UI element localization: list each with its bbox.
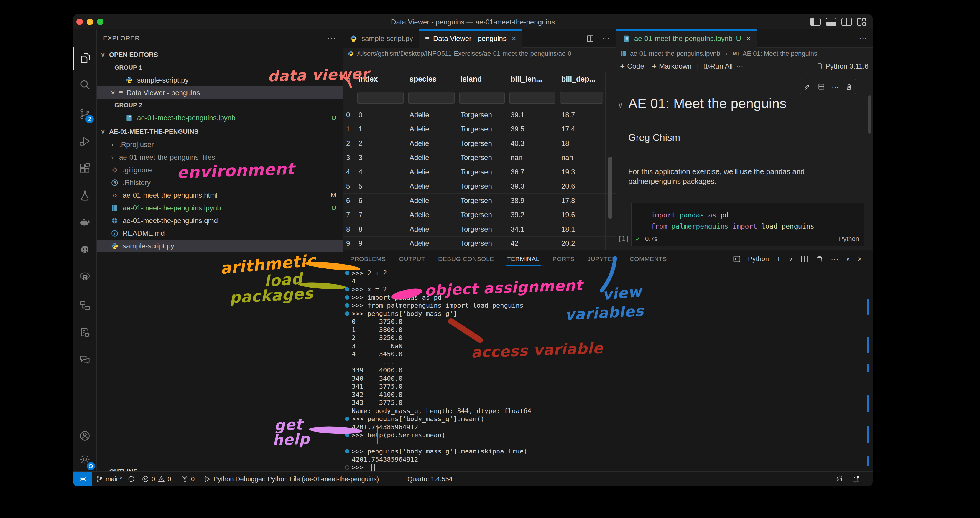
- split-editor-icon[interactable]: [586, 35, 594, 43]
- sidebar-item-docker[interactable]: [73, 211, 97, 234]
- sidebar-item-accounts[interactable]: [73, 424, 97, 447]
- more-actions-icon[interactable]: ···: [602, 34, 610, 43]
- file-tree-item[interactable]: ae-01-meet-the-penguins.qmd: [97, 214, 343, 227]
- table-row[interactable]: 99AdelieTorgersen4220.2: [343, 237, 616, 250]
- column-header[interactable]: bill_dep...: [562, 75, 595, 83]
- split-cell-icon[interactable]: [818, 83, 825, 91]
- explorer-more-icon[interactable]: ···: [328, 33, 336, 43]
- kernel-picker[interactable]: Python 3.11.6: [816, 62, 869, 70]
- remote-indicator[interactable]: ><: [73, 472, 92, 486]
- tab-jupyter[interactable]: JUPYTER: [587, 250, 616, 268]
- add-markdown-cell-button[interactable]: +Markdown: [652, 62, 692, 71]
- open-editor-item-active[interactable]: × ≡ Data Viewer - penguins: [97, 86, 343, 99]
- column-filter-input[interactable]: [459, 92, 505, 104]
- quarto-item[interactable]: Quarto: 1.4.554: [407, 472, 453, 486]
- sort-ascending-icon[interactable]: ↑: [348, 76, 351, 84]
- column-header[interactable]: bill_len...: [511, 75, 542, 83]
- kill-terminal-icon[interactable]: [816, 255, 824, 263]
- file-tree-item[interactable]: ›ae-01-meet-the-penguins_files: [97, 151, 343, 164]
- column-header[interactable]: island: [461, 75, 482, 83]
- sidebar-item-project-manager[interactable]: [73, 294, 97, 317]
- split-terminal-icon[interactable]: [800, 255, 808, 263]
- terminal-dropdown-icon[interactable]: ∨: [789, 256, 793, 262]
- sidebar-item-explorer[interactable]: [73, 46, 97, 70]
- tab-ports[interactable]: PORTS: [552, 250, 574, 268]
- minimize-window-button[interactable]: [87, 19, 93, 25]
- command-decoration-icon[interactable]: [345, 433, 349, 437]
- sidebar-item-extensions[interactable]: [73, 157, 97, 180]
- sidebar-item-comments[interactable]: [73, 348, 97, 371]
- close-window-button[interactable]: [76, 19, 83, 25]
- code-cell[interactable]: import pandas as pd from palmerpenguins …: [631, 203, 864, 246]
- column-header[interactable]: index: [358, 75, 378, 83]
- table-row[interactable]: 55AdelieTorgersen39.320.6: [343, 180, 616, 194]
- tab-notebook[interactable]: ae-01-meet-the-penguins.ipynb U ×: [616, 29, 757, 48]
- panel-more-icon[interactable]: ···: [831, 254, 839, 264]
- sync-icon[interactable]: [127, 475, 135, 483]
- sidebar-item-copilot[interactable]: [73, 238, 97, 261]
- command-decoration-icon[interactable]: [345, 271, 349, 275]
- table-scrollbar[interactable]: [608, 157, 612, 219]
- debugger-item[interactable]: Python Debugger: Python File (ae-01-meet…: [204, 472, 379, 486]
- notebook-breadcrumb[interactable]: ae-01-meet-the-penguins.ipynb › M↓ AE 01…: [616, 48, 873, 59]
- table-row[interactable]: 44AdelieTorgersen36.719.3: [343, 165, 616, 180]
- notebook-more-icon[interactable]: ···: [736, 62, 743, 70]
- delete-cell-icon[interactable]: [845, 83, 853, 91]
- table-row[interactable]: 00AdelieTorgersen39.118.7: [343, 108, 616, 122]
- close-icon[interactable]: ×: [746, 35, 751, 43]
- path-breadcrumb[interactable]: /Users/gchism/Desktop/INFO511-Exercises/…: [343, 48, 616, 59]
- collapse-section-icon[interactable]: ∨: [618, 101, 623, 110]
- edit-cell-icon[interactable]: [804, 83, 811, 91]
- close-panel-icon[interactable]: ×: [858, 254, 862, 264]
- tab-debug-console[interactable]: DEBUG CONSOLE: [438, 250, 494, 268]
- copilot-status-item[interactable]: [835, 472, 843, 486]
- scrollbar-mark[interactable]: [867, 337, 869, 353]
- scrollbar-mark[interactable]: [867, 299, 869, 315]
- file-tree-item[interactable]: R.Rhistory: [97, 176, 343, 189]
- maximize-panel-icon[interactable]: ∧: [846, 256, 850, 262]
- open-editors-section[interactable]: ∨OPEN EDITORS: [97, 48, 343, 61]
- run-all-button[interactable]: ▷▷ Run All: [704, 62, 733, 70]
- tab-comments[interactable]: COMMENTS: [630, 250, 667, 268]
- close-icon[interactable]: ×: [512, 35, 516, 43]
- notifications-item[interactable]: [852, 472, 860, 486]
- open-editor-item[interactable]: sample-script.py: [97, 74, 343, 86]
- scrollbar-mark[interactable]: [867, 396, 869, 412]
- file-tree-item[interactable]: ‹›ae-01-meet-the-penguins.htmlM: [97, 189, 343, 202]
- tab-problems[interactable]: PROBLEMS: [350, 250, 386, 268]
- terminal[interactable]: >>> 2 + 2 4 >>> x = 2 >>> import pandas …: [343, 269, 867, 472]
- notebook-scrollbar[interactable]: [868, 95, 871, 134]
- cell-language[interactable]: Python: [839, 235, 859, 243]
- git-branch-item[interactable]: main*: [95, 472, 135, 486]
- sidebar-item-r[interactable]: R: [73, 265, 97, 288]
- table-row[interactable]: 33AdelieTorgersennannan: [343, 151, 616, 165]
- add-code-cell-button[interactable]: +Code: [620, 62, 644, 71]
- scrollbar-mark[interactable]: [867, 364, 869, 372]
- sidebar-item-source-control[interactable]: 2: [73, 103, 97, 126]
- tab-sample-script[interactable]: sample-script.py: [343, 29, 419, 48]
- command-decoration-icon[interactable]: [345, 303, 349, 308]
- table-row[interactable]: 11AdelieTorgersen39.517.4: [343, 122, 616, 137]
- toggle-primary-sidebar-icon[interactable]: [810, 17, 821, 26]
- tab-data-viewer[interactable]: ≡ Data Viewer - penguins ×: [419, 29, 522, 48]
- tab-output[interactable]: OUTPUT: [399, 250, 425, 268]
- column-filter-input[interactable]: [509, 92, 555, 104]
- cell-more-icon[interactable]: ···: [832, 83, 839, 91]
- tab-terminal[interactable]: TERMINAL: [507, 250, 539, 268]
- table-row[interactable]: 22AdelieTorgersen40.318: [343, 137, 616, 151]
- column-filter-input[interactable]: [560, 92, 603, 104]
- column-header[interactable]: species: [409, 75, 437, 83]
- customize-layout-icon[interactable]: [857, 17, 867, 27]
- toggle-secondary-sidebar-icon[interactable]: [842, 17, 852, 26]
- sidebar-item-search[interactable]: [73, 73, 97, 96]
- more-actions-icon[interactable]: ···: [859, 34, 867, 43]
- table-row[interactable]: 66AdelieTorgersen38.917.8: [343, 194, 616, 208]
- file-tree-item[interactable]: ›.Rproj.user: [97, 138, 343, 151]
- close-icon[interactable]: ×: [111, 89, 115, 97]
- file-tree-item[interactable]: ae-01-meet-the-penguins.ipynbU: [97, 202, 343, 214]
- command-decoration-icon[interactable]: [345, 449, 349, 453]
- sidebar-item-settings[interactable]: [73, 448, 97, 471]
- open-editor-item[interactable]: ae-01-meet-the-penguins.ipynb U: [97, 111, 343, 124]
- command-decoration-icon[interactable]: [345, 416, 349, 421]
- command-decoration-icon[interactable]: [345, 311, 349, 316]
